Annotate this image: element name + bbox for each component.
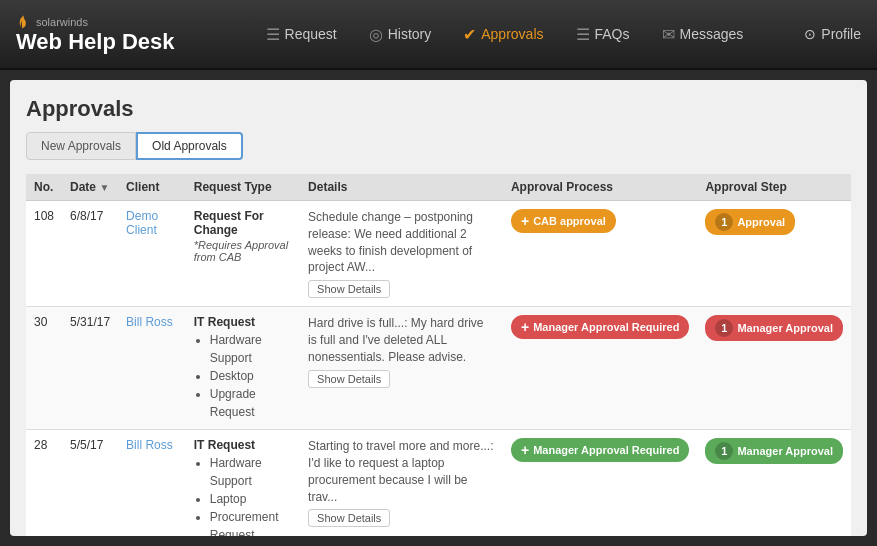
logo-bottom-text: Web Help Desk (16, 30, 175, 54)
cell-no: 108 (26, 201, 62, 307)
nav-item-faqs[interactable]: ☰ FAQs (562, 19, 644, 50)
approval-step-badge[interactable]: 1 Manager Approval (705, 315, 843, 341)
tab-group: New Approvals Old Approvals (26, 132, 851, 160)
approvals-table: No. Date ▼ Client Request Type Details A… (26, 174, 851, 536)
request-icon: ☰ (266, 25, 280, 44)
details-text: Schedule change – postponing release: We… (308, 209, 495, 276)
tab-new-approvals[interactable]: New Approvals (26, 132, 136, 160)
cell-no: 28 (26, 430, 62, 536)
list-item: Procurement Request (210, 508, 292, 536)
table-row: 305/31/17Bill RossIT RequestHardware Sup… (26, 307, 851, 430)
request-type-bullets: Hardware SupportDesktopUpgrade Request (194, 331, 292, 421)
sort-arrow-date: ▼ (99, 182, 109, 193)
request-type-title: IT Request (194, 438, 292, 452)
approvals-icon: ✔ (463, 25, 476, 44)
nav-item-messages[interactable]: ✉ Messages (648, 19, 758, 50)
request-type-bullets: Hardware SupportLaptopProcurement Reques… (194, 454, 292, 536)
table-row: 285/5/17Bill RossIT RequestHardware Supp… (26, 430, 851, 536)
request-type-note: *Requires Approval from CAB (194, 239, 292, 263)
col-client: Client (118, 174, 186, 201)
request-type-title: IT Request (194, 315, 292, 329)
header: solarwinds Web Help Desk ☰ Request ◎ His… (0, 0, 877, 70)
cell-approval-step: 1 Approval (697, 201, 851, 307)
nav-label-approvals: Approvals (481, 26, 543, 42)
step-number: 1 (715, 319, 733, 337)
request-type-title: Request For Change (194, 209, 292, 237)
list-item: Laptop (210, 490, 292, 508)
nav-item-request[interactable]: ☰ Request (252, 19, 351, 50)
cell-approval-process: + Manager Approval Required (503, 430, 697, 536)
client-link[interactable]: Bill Ross (126, 438, 173, 452)
profile-label: Profile (821, 26, 861, 42)
details-text: Hard drive is full...: My hard drive is … (308, 315, 495, 365)
solarwinds-flame-icon (16, 14, 32, 30)
step-number: 1 (715, 213, 733, 231)
cell-approval-process: + Manager Approval Required (503, 307, 697, 430)
nav-label-faqs: FAQs (595, 26, 630, 42)
main-content: Approvals New Approvals Old Approvals No… (10, 80, 867, 536)
col-approval-step: Approval Step (697, 174, 851, 201)
cell-request-type: IT RequestHardware SupportLaptopProcurem… (186, 430, 300, 536)
logo-area: solarwinds Web Help Desk (16, 14, 175, 54)
cell-details: Hard drive is full...: My hard drive is … (300, 307, 503, 430)
plus-icon: + (521, 213, 529, 229)
details-text: Starting to travel more and more...: I'd… (308, 438, 495, 505)
cell-date: 5/31/17 (62, 307, 118, 430)
plus-icon: + (521, 319, 529, 335)
page-title: Approvals (26, 96, 851, 122)
client-link[interactable]: Demo Client (126, 209, 158, 237)
show-details-button[interactable]: Show Details (308, 370, 390, 388)
profile-item[interactable]: ⊙ Profile (804, 26, 861, 42)
tab-old-approvals[interactable]: Old Approvals (136, 132, 243, 160)
cell-details: Schedule change – postponing release: We… (300, 201, 503, 307)
profile-icon: ⊙ (804, 26, 816, 42)
col-approval-process: Approval Process (503, 174, 697, 201)
nav-label-request: Request (285, 26, 337, 42)
cell-client: Bill Ross (118, 430, 186, 536)
cell-details: Starting to travel more and more...: I'd… (300, 430, 503, 536)
cell-date: 6/8/17 (62, 201, 118, 307)
cell-client: Bill Ross (118, 307, 186, 430)
approval-process-badge[interactable]: + Manager Approval Required (511, 315, 689, 339)
col-date: Date ▼ (62, 174, 118, 201)
col-request-type: Request Type (186, 174, 300, 201)
nav-label-history: History (388, 26, 432, 42)
plus-icon: + (521, 442, 529, 458)
nav-label-messages: Messages (680, 26, 744, 42)
table-row: 1086/8/17Demo ClientRequest For Change*R… (26, 201, 851, 307)
main-nav: ☰ Request ◎ History ✔ Approvals ☰ FAQs ✉… (205, 19, 805, 50)
approval-process-badge[interactable]: + Manager Approval Required (511, 438, 689, 462)
list-item: Desktop (210, 367, 292, 385)
cell-approval-step: 1 Manager Approval (697, 307, 851, 430)
list-item: Upgrade Request (210, 385, 292, 421)
client-link[interactable]: Bill Ross (126, 315, 173, 329)
cell-date: 5/5/17 (62, 430, 118, 536)
nav-item-approvals[interactable]: ✔ Approvals (449, 19, 557, 50)
nav-item-history[interactable]: ◎ History (355, 19, 446, 50)
approval-step-badge[interactable]: 1 Manager Approval (705, 438, 843, 464)
table-header-row: No. Date ▼ Client Request Type Details A… (26, 174, 851, 201)
cell-request-type: Request For Change*Requires Approval fro… (186, 201, 300, 307)
cell-request-type: IT RequestHardware SupportDesktopUpgrade… (186, 307, 300, 430)
logo-top-text: solarwinds (36, 16, 88, 28)
cell-no: 30 (26, 307, 62, 430)
list-item: Hardware Support (210, 454, 292, 490)
show-details-button[interactable]: Show Details (308, 509, 390, 527)
step-number: 1 (715, 442, 733, 460)
history-icon: ◎ (369, 25, 383, 44)
cell-approval-step: 1 Manager Approval (697, 430, 851, 536)
list-item: Hardware Support (210, 331, 292, 367)
approval-process-badge[interactable]: + CAB approval (511, 209, 616, 233)
approval-step-badge[interactable]: 1 Approval (705, 209, 795, 235)
cell-client: Demo Client (118, 201, 186, 307)
col-details: Details (300, 174, 503, 201)
messages-icon: ✉ (662, 25, 675, 44)
show-details-button[interactable]: Show Details (308, 280, 390, 298)
cell-approval-process: + CAB approval (503, 201, 697, 307)
col-no: No. (26, 174, 62, 201)
faqs-icon: ☰ (576, 25, 590, 44)
